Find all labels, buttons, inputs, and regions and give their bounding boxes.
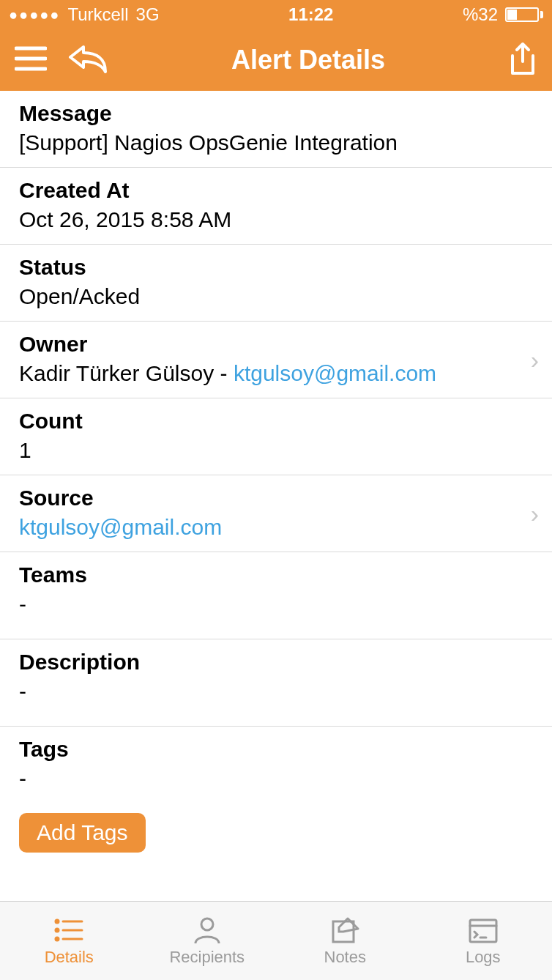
label-source: Source	[19, 486, 533, 511]
label-description: Description	[19, 650, 533, 675]
add-tags-button[interactable]: Add Tags	[19, 813, 146, 853]
row-message: Message [Support] Nagios OpsGenie Integr…	[0, 91, 552, 168]
value-teams: -	[19, 592, 533, 617]
svg-point-9	[201, 918, 213, 930]
battery-percent: %32	[463, 4, 498, 25]
hamburger-icon	[15, 45, 47, 72]
share-button[interactable]	[508, 41, 537, 79]
network-label: 3G	[136, 4, 160, 25]
signal-dots-icon: ●●●●●	[9, 7, 60, 23]
row-description: Description -	[0, 639, 552, 727]
clock: 11:22	[288, 4, 333, 25]
label-tags: Tags	[19, 737, 533, 762]
tab-logs-label: Logs	[466, 948, 501, 967]
value-message: [Support] Nagios OpsGenie Integration	[19, 130, 533, 155]
value-count: 1	[19, 438, 533, 463]
svg-point-5	[56, 929, 59, 932]
compose-icon	[329, 916, 361, 945]
status-bar: ●●●●● Turkcell 3G 11:22 %32	[0, 0, 552, 29]
tab-details[interactable]: Details	[0, 902, 138, 980]
svg-point-7	[56, 938, 59, 940]
value-created-at: Oct 26, 2015 8:58 AM	[19, 207, 533, 232]
row-owner[interactable]: Owner Kadir Türker Gülsoy - ktgulsoy@gma…	[0, 322, 552, 398]
tab-notes-label: Notes	[324, 948, 366, 967]
person-icon	[191, 916, 223, 945]
menu-button[interactable]	[15, 45, 47, 75]
label-owner: Owner	[19, 332, 533, 357]
label-teams: Teams	[19, 563, 533, 587]
label-message: Message	[19, 101, 533, 126]
svg-point-3	[56, 920, 59, 923]
tab-recipients-label: Recipients	[169, 948, 245, 967]
owner-email[interactable]: ktgulsoy@gmail.com	[234, 361, 436, 385]
terminal-icon	[467, 916, 499, 945]
reply-arrow-icon	[67, 44, 108, 73]
row-count: Count 1	[0, 398, 552, 475]
row-created-at: Created At Oct 26, 2015 8:58 AM	[0, 168, 552, 245]
row-source[interactable]: Source ktgulsoy@gmail.com ›	[0, 475, 552, 552]
header: ●●●●● Turkcell 3G 11:22 %32 Alert Detail…	[0, 0, 552, 91]
battery-icon	[505, 7, 543, 22]
value-description: -	[19, 679, 533, 704]
value-source[interactable]: ktgulsoy@gmail.com	[19, 515, 533, 540]
chevron-right-icon: ›	[531, 346, 539, 374]
owner-separator: -	[214, 361, 234, 385]
value-tags: -	[19, 766, 533, 791]
label-count: Count	[19, 409, 533, 434]
value-status: Open/Acked	[19, 284, 533, 309]
content: Message [Support] Nagios OpsGenie Integr…	[0, 91, 552, 853]
carrier-label: Turkcell	[67, 4, 128, 25]
owner-name: Kadir Türker Gülsoy	[19, 361, 214, 385]
share-icon	[508, 41, 537, 76]
nav-bar: Alert Details	[0, 29, 552, 91]
label-created-at: Created At	[19, 178, 533, 203]
row-teams: Teams -	[0, 552, 552, 639]
chevron-right-icon: ›	[531, 500, 539, 528]
row-tags: Tags -	[0, 727, 552, 803]
tab-bar: Details Recipients Notes Logs	[0, 901, 552, 980]
tab-logs[interactable]: Logs	[414, 902, 553, 980]
value-owner: Kadir Türker Gülsoy - ktgulsoy@gmail.com	[19, 361, 533, 386]
tab-recipients[interactable]: Recipients	[138, 902, 277, 980]
list-icon	[53, 916, 85, 945]
tab-details-label: Details	[45, 948, 94, 967]
page-title: Alert Details	[231, 45, 385, 75]
label-status: Status	[19, 255, 533, 280]
back-button[interactable]	[67, 44, 108, 76]
tab-notes[interactable]: Notes	[276, 902, 414, 980]
row-status: Status Open/Acked	[0, 245, 552, 322]
